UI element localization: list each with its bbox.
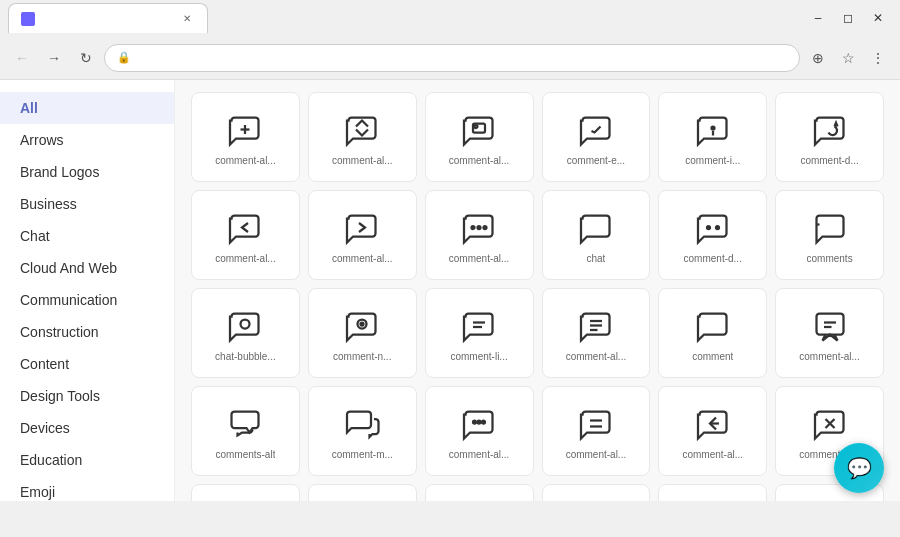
icon-card-comment-al-lines[interactable]: comment-al... — [542, 386, 651, 476]
sidebar: AllArrowsBrand LogosBusinessChatCloud An… — [0, 80, 175, 501]
sidebar-item-cloud-and-web[interactable]: Cloud And Web — [0, 252, 174, 284]
reload-button[interactable]: ↻ — [72, 44, 100, 72]
sidebar-item-chat[interactable]: Chat — [0, 220, 174, 252]
sidebar-item-all[interactable]: All — [0, 92, 174, 124]
icon-card-comment-e2[interactable]: comment-e... — [308, 484, 417, 501]
icon-label: comments — [807, 253, 853, 264]
sidebar-item-brand-logos[interactable]: Brand Logos — [0, 156, 174, 188]
address-bar[interactable]: 🔒 — [104, 44, 800, 72]
window-controls: – ◻ ✕ — [804, 4, 892, 32]
icon-card-comment-backward[interactable]: comment-al... — [191, 190, 300, 280]
icon-label: comment — [692, 351, 733, 362]
svg-point-3 — [475, 125, 478, 128]
icon-label: comment-al... — [215, 155, 276, 166]
back-button[interactable]: ← — [8, 44, 36, 72]
icon-card-comment-square[interactable]: comment-al... — [775, 288, 884, 378]
icon-card-chat[interactable]: chat — [542, 190, 651, 280]
sidebar-item-arrows[interactable]: Arrows — [0, 124, 174, 156]
icon-card-comments-alt[interactable]: comments-alt — [191, 386, 300, 476]
icon-card-comment-alt2[interactable]: comment-alt — [425, 484, 534, 501]
icon-card-comment-edit[interactable]: comment-e... — [542, 92, 651, 182]
icon-label: comment-e... — [567, 155, 625, 166]
icon-label: comment-al... — [215, 253, 276, 264]
icon-card-comment-al-back[interactable]: comment-al... — [658, 386, 767, 476]
tab-close-button[interactable]: ✕ — [179, 11, 195, 27]
icon-card-comment-arrows[interactable]: comment-al... — [308, 92, 417, 182]
chat-widget[interactable]: 💬 — [834, 443, 884, 493]
icon-label: comment-al... — [682, 449, 743, 460]
title-bar-left: ✕ — [8, 3, 244, 33]
icon-card-comment-forward[interactable]: comment-al... — [308, 190, 417, 280]
sidebar-item-design-tools[interactable]: Design Tools — [0, 380, 174, 412]
icon-label: comment-n... — [333, 351, 391, 362]
nav-right-buttons: ⊕ ☆ ⋮ — [804, 44, 892, 72]
svg-point-13 — [361, 322, 364, 325]
icon-card-comment-list[interactable]: comment-al... — [542, 288, 651, 378]
svg-point-9 — [707, 226, 710, 229]
icon-label: comment-al... — [566, 449, 627, 460]
icon-label: comment-al... — [332, 253, 393, 264]
icon-card-comment-info[interactable]: comment-i... — [658, 92, 767, 182]
icon-label: comment-al... — [449, 449, 510, 460]
sidebar-item-emoji[interactable]: Emoji — [0, 476, 174, 501]
icon-label: comment-al... — [449, 253, 510, 264]
icon-card-comment-al-dots[interactable]: comment-al... — [425, 386, 534, 476]
icon-label: comment-al... — [332, 155, 393, 166]
svg-point-4 — [711, 126, 714, 129]
browser-chrome: ✕ – ◻ ✕ ← → ↻ 🔒 ⊕ ☆ ⋮ — [0, 0, 900, 80]
icon-card-comment-multiple[interactable]: comment-m... — [308, 386, 417, 476]
sidebar-item-education[interactable]: Education — [0, 444, 174, 476]
svg-point-23 — [478, 420, 481, 423]
tab-favicon — [21, 12, 35, 26]
sidebar-item-business[interactable]: Business — [0, 188, 174, 220]
close-button[interactable]: ✕ — [864, 4, 892, 32]
icon-label: comment-li... — [450, 351, 507, 362]
maximize-button[interactable]: ◻ — [834, 4, 862, 32]
icon-label: comment-d... — [800, 155, 858, 166]
icon-card-comment-image[interactable]: comment-al... — [425, 92, 534, 182]
svg-point-24 — [482, 420, 485, 423]
svg-point-10 — [716, 226, 719, 229]
icon-label: comment-al... — [799, 351, 860, 362]
nav-bar: ← → ↻ 🔒 ⊕ ☆ ⋮ — [0, 36, 900, 80]
icon-label: comments-alt — [215, 449, 275, 460]
icon-card-comment-dots[interactable]: comment-al... — [425, 190, 534, 280]
icon-card-comment-notes[interactable]: comment-n... — [308, 288, 417, 378]
icon-card-comment-dots-refresh[interactable]: comment-d... — [775, 92, 884, 182]
icon-label: comment-al... — [566, 351, 627, 362]
forward-button[interactable]: → — [40, 44, 68, 72]
icon-label: comment-m... — [332, 449, 393, 460]
lock-icon: 🔒 — [117, 51, 131, 64]
browser-tab[interactable]: ✕ — [8, 3, 208, 33]
icon-card-chat-bubble[interactable]: chat-bubble... — [191, 288, 300, 378]
svg-point-22 — [473, 420, 476, 423]
sidebar-item-communication[interactable]: Communication — [0, 284, 174, 316]
sidebar-item-content[interactable]: Content — [0, 348, 174, 380]
page-content: AllArrowsBrand LogosBusinessChatCloud An… — [0, 80, 900, 501]
translate-button[interactable]: ⊕ — [804, 44, 832, 72]
icon-card-comment-dots2[interactable]: comment-d... — [658, 190, 767, 280]
icon-label: chat — [586, 253, 605, 264]
new-tab-button[interactable] — [216, 4, 244, 32]
icon-card-comment-yl[interactable]: comment-y... — [542, 484, 651, 501]
icon-label: comment-al... — [449, 155, 510, 166]
icon-label: comment-i... — [685, 155, 740, 166]
svg-point-6 — [472, 226, 475, 229]
svg-point-7 — [478, 226, 481, 229]
icon-card-comment-add[interactable]: comment-al... — [191, 92, 300, 182]
icon-card-comment-plain[interactable]: comment — [658, 288, 767, 378]
svg-point-8 — [484, 226, 487, 229]
minimize-button[interactable]: – — [804, 4, 832, 32]
icon-label: chat-bubble... — [215, 351, 276, 362]
bookmark-button[interactable]: ☆ — [834, 44, 862, 72]
more-button[interactable]: ⋮ — [864, 44, 892, 72]
sidebar-item-devices[interactable]: Devices — [0, 412, 174, 444]
icon-card-comments[interactable]: comments — [775, 190, 884, 280]
icon-card-comment-e1[interactable]: comment-e... — [191, 484, 300, 501]
icon-grid: comment-al...comment-al...comment-al...c… — [191, 92, 884, 501]
svg-rect-19 — [816, 313, 843, 334]
icon-label: comment-d... — [684, 253, 742, 264]
icon-card-comment-lines[interactable]: comment-li... — [425, 288, 534, 378]
sidebar-item-construction[interactable]: Construction — [0, 316, 174, 348]
icon-card-comment-verified[interactable]: comment-v... — [658, 484, 767, 501]
